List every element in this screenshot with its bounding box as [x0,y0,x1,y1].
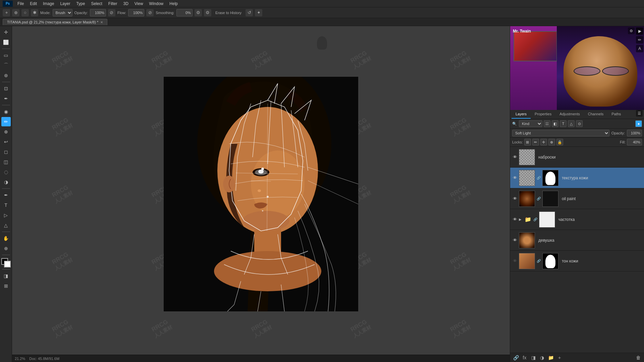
adjustments-tab[interactable]: Adjustments [555,110,584,119]
eyedropper-btn[interactable]: ✒ [1,94,11,103]
layer-visibility-tonkozhi[interactable]: 👁 [512,258,518,264]
menu-edit[interactable]: Edit [27,1,40,7]
blur-btn[interactable]: ◌ [1,167,11,177]
filter-active-toggle[interactable]: ● [635,120,642,127]
shape-btn[interactable]: △ [1,221,11,230]
lock-transparent-btn[interactable]: ⊞ [524,139,531,145]
select-rect-btn[interactable]: ▭ [1,51,11,60]
add-link-btn[interactable]: 🔗 [512,354,520,361]
menu-filter[interactable]: Filter [106,1,120,7]
layer-visibility-oilpaint[interactable]: 👁 [512,196,518,201]
menu-file[interactable]: File [15,1,26,7]
smoothing-input[interactable] [176,9,193,16]
flow-input[interactable] [128,9,144,16]
filter-pixel-btn[interactable]: ☷ [544,120,550,127]
fill-input[interactable] [627,139,642,145]
opacity-input[interactable] [627,130,642,136]
move-tool-icon[interactable]: ⌖ [3,9,10,16]
menu-select[interactable]: Select [88,1,105,7]
layer-row-tekstura[interactable]: 👁 🔗 текстура кожи [510,168,644,188]
clone-btn[interactable]: ⊕ [1,127,11,136]
document-tab[interactable]: TITANIA.psd @ 21,2% (текстура кожи, Laye… [3,19,107,25]
lasso-btn[interactable]: ⌒ [1,61,11,70]
menu-image[interactable]: Image [40,1,57,7]
filter-adjust-btn[interactable]: ◧ [552,120,558,127]
tab-close-btn[interactable]: ✕ [100,20,103,24]
path-select-btn[interactable]: ▷ [1,210,11,220]
opacity-input[interactable] [90,9,106,16]
brush-picker-icon[interactable]: ○ [21,9,29,16]
extra-btn[interactable]: ✦ [255,9,262,16]
add-layer-btn[interactable]: + [556,354,563,361]
zoom-btn[interactable]: ⊕ [1,244,11,253]
quick-select-btn[interactable]: ⊛ [1,71,11,80]
canvas-image[interactable] [164,77,358,311]
lock-image-btn[interactable]: ✏ [532,139,539,145]
eraser-btn[interactable]: ◻ [1,147,11,157]
erase-to-history-btn[interactable]: Erase to History [213,10,244,15]
lock-position-btn[interactable]: ✛ [540,139,547,145]
background-color[interactable] [4,261,11,267]
screen-mode-btn[interactable]: ⊞ [1,281,11,291]
history-brush-btn[interactable]: ↩ [1,137,11,146]
webcam-settings-btn[interactable]: ⚙ [628,27,635,34]
quick-mask-btn[interactable]: ◨ [1,271,11,281]
filter-type-btn[interactable]: T [560,120,567,127]
dodge-btn[interactable]: ◑ [1,177,11,187]
layer-row-chastotka[interactable]: 👁 ▶ 📁 🔗 частотка [510,209,644,230]
crop-btn[interactable]: ⊡ [1,84,11,93]
layer-visibility-nabroski[interactable]: 👁 [512,155,518,160]
layers-tab[interactable]: Layers [512,110,531,119]
add-adjustment-btn[interactable]: ◑ [538,354,546,361]
layer-visibility-devushka[interactable]: 👁 [512,238,518,243]
pressure-flow-icon[interactable]: ⊘ [146,9,154,16]
spot-heal-btn[interactable]: ◉ [1,107,11,116]
smoothing-settings-icon[interactable]: ⚙ [195,9,202,16]
add-fx-btn[interactable]: fx [521,354,528,361]
play-btn[interactable]: ▶ [636,27,643,35]
menu-layer[interactable]: Layer [57,1,73,7]
layers-list[interactable]: 👁 наброски 👁 🔗 [510,147,644,353]
add-folder-btn[interactable]: 📁 [547,354,554,361]
extra-settings-icon[interactable]: ⚙ [204,9,211,16]
add-mask-btn[interactable]: ◨ [530,354,537,361]
panel-menu-btn[interactable]: ☰ [636,110,643,117]
lock-artboard-btn[interactable]: ⊕ [548,139,555,145]
filter-shape-btn[interactable]: △ [568,120,575,127]
menu-type[interactable]: Type [73,1,88,7]
layer-visibility-tekstura[interactable]: 👁 [512,175,518,181]
paths-tab[interactable]: Paths [607,110,625,119]
text-btn[interactable]: A [636,45,643,52]
layer-row-oilpaint[interactable]: 👁 🔗 oil paint [510,188,644,209]
move-tool-btn[interactable]: ✛ [1,27,11,37]
layer-expand-chastotka[interactable]: ▶ [519,218,523,222]
menu-help[interactable]: Help [167,1,180,7]
layer-row-tonkozhi[interactable]: 👁 🔗 тон кожи [510,251,644,272]
pen-btn[interactable]: ✒ [1,190,11,200]
airbrush-icon[interactable]: ✱ [31,9,38,16]
delete-layer-btn[interactable]: 🗑 [635,354,642,361]
menu-window[interactable]: Window [147,1,166,7]
properties-tab[interactable]: Properties [531,110,555,119]
layer-row-nabroski[interactable]: 👁 наброски [510,147,644,168]
history-brush-icon[interactable]: ↺ [246,9,253,16]
brush-btn[interactable]: ✏ [1,117,11,126]
type-btn[interactable]: T [1,200,11,210]
brush-mode-select[interactable]: Brush [53,9,72,16]
artboard-btn[interactable]: ⬜ [1,38,11,47]
filter-smart-btn[interactable]: ⊙ [576,120,583,127]
pressure-opacity-icon[interactable]: ⊘ [108,9,115,16]
filter-kind-select[interactable]: Kind [519,120,542,127]
channels-tab[interactable]: Channels [584,110,607,119]
layer-row-devushka[interactable]: 👁 девушка [510,230,644,251]
brush-settings-icon[interactable]: ⊕ [12,9,19,16]
edit-btn[interactable]: ✏ [636,36,643,44]
canvas-area[interactable]: RRCG人人素材 RRCG人人素材 RRCG人人素材 RRCG人人素材 RRCG… [12,26,510,362]
hand-btn[interactable]: ✋ [1,234,11,243]
blend-mode-select[interactable]: Soft Light [512,130,609,136]
lock-all-btn[interactable]: 🔒 [556,139,563,145]
layer-visibility-chastotka[interactable]: 👁 [512,217,518,222]
color-selector[interactable] [1,258,11,267]
menu-3d[interactable]: 3D [120,1,131,7]
gradient-btn[interactable]: ◫ [1,157,11,167]
